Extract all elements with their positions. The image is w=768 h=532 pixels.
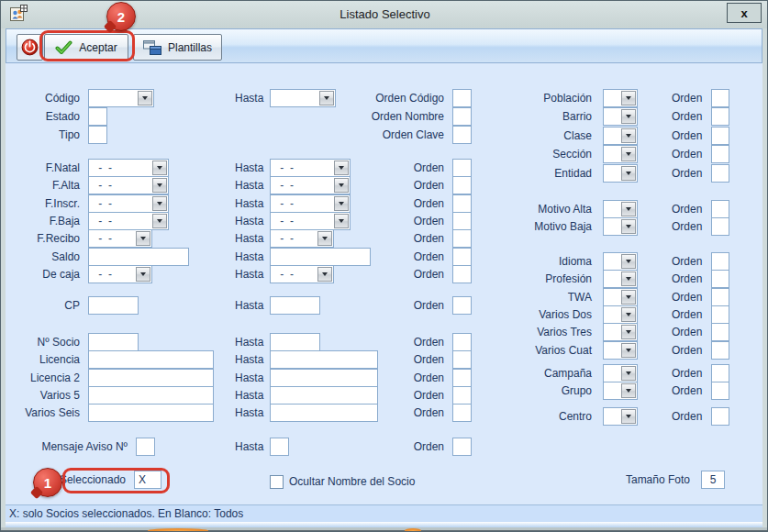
f-baja-field[interactable]: - - [88, 212, 169, 230]
dropdown-arrow-button[interactable] [621, 91, 636, 105]
varios-cuat-orden-box[interactable] [711, 341, 729, 360]
dropdown-arrow-button[interactable] [152, 214, 167, 228]
dates-hasta-2-field[interactable]: - - [270, 194, 351, 213]
f-recibo-field[interactable]: - - [88, 229, 152, 248]
dropdown-arrow-button[interactable] [621, 290, 636, 305]
motivo-baja-dropdown[interactable] [603, 217, 638, 236]
dates-hasta-5-field[interactable] [270, 248, 371, 266]
varios-cuat-dropdown[interactable] [603, 341, 638, 360]
dates-hasta-0-field[interactable]: - - [270, 159, 351, 177]
socio-hasta-1-field[interactable] [270, 350, 378, 369]
barrio-dropdown[interactable] [603, 107, 638, 126]
socio-hasta-3-field[interactable] [270, 386, 378, 405]
de-caja-field[interactable]: - - [88, 265, 152, 283]
seccion-orden-box[interactable] [711, 145, 729, 163]
dropdown-arrow-button[interactable] [334, 214, 349, 228]
dates-orden-6-box[interactable] [452, 265, 472, 283]
profesion-dropdown[interactable] [603, 270, 638, 288]
socio-orden-4-box[interactable] [452, 404, 472, 422]
f-inscr-field[interactable]: - - [88, 194, 169, 213]
dropdown-arrow-button[interactable] [621, 409, 636, 424]
centro-orden-box[interactable] [711, 407, 729, 426]
dates-orden-4-box[interactable] [452, 229, 472, 248]
dropdown-arrow-button[interactable] [621, 366, 636, 381]
clase-orden-box[interactable] [711, 127, 729, 145]
dropdown-arrow-button[interactable] [621, 325, 636, 339]
socio-hasta-2-field[interactable] [270, 369, 378, 387]
dates-orden-1-box[interactable] [452, 176, 472, 194]
campana-dropdown[interactable] [603, 364, 638, 382]
motivo-alta-dropdown[interactable] [603, 200, 638, 218]
seccion-dropdown[interactable] [603, 145, 638, 163]
mensaje-orden-box[interactable] [452, 438, 472, 456]
dropdown-arrow-button[interactable] [136, 267, 150, 282]
cp-hasta-0-field[interactable] [270, 296, 320, 315]
dropdown-arrow-button[interactable] [152, 161, 167, 175]
varios-tres-dropdown[interactable] [603, 323, 638, 341]
idioma-dropdown[interactable] [603, 252, 638, 271]
f-natal-field[interactable]: - - [88, 159, 169, 177]
dropdown-arrow-button[interactable] [621, 202, 636, 216]
cp-field[interactable] [88, 296, 139, 315]
varios-seis-field[interactable] [88, 404, 214, 422]
dates-orden-5-box[interactable] [452, 248, 472, 266]
dropdown-arrow-button[interactable] [136, 231, 150, 246]
varios-tres-orden-box[interactable] [711, 323, 729, 341]
dropdown-arrow-button[interactable] [334, 178, 349, 193]
licencia-2-field[interactable] [88, 369, 214, 387]
entidad-orden-box[interactable] [711, 164, 729, 183]
dropdown-arrow-button[interactable] [138, 91, 152, 105]
dropdown-arrow-button[interactable] [621, 254, 636, 269]
dropdown-arrow-button[interactable] [621, 219, 636, 234]
dates-orden-3-box[interactable] [452, 212, 472, 230]
codes-orden-0-box[interactable] [452, 89, 472, 107]
f-alta-field[interactable]: - - [88, 176, 169, 194]
dropdown-arrow-button[interactable] [152, 196, 167, 211]
estado-field[interactable] [88, 107, 107, 126]
grupo-orden-box[interactable] [711, 382, 729, 400]
motivo-alta-orden-box[interactable] [711, 200, 729, 218]
cp-orden-0-box[interactable] [452, 296, 472, 315]
n-socio-field[interactable] [88, 333, 139, 351]
campana-orden-box[interactable] [711, 364, 729, 382]
socio-orden-0-box[interactable] [452, 333, 472, 351]
codes-orden-2-box[interactable] [452, 126, 472, 144]
dropdown-arrow-button[interactable] [152, 178, 167, 193]
mensaje-hasta-input[interactable] [270, 438, 289, 456]
dropdown-arrow-button[interactable] [334, 196, 349, 211]
idioma-orden-box[interactable] [711, 252, 729, 271]
dropdown-arrow-button[interactable] [621, 307, 636, 322]
dropdown-arrow-button[interactable] [621, 343, 636, 358]
dropdown-arrow-button[interactable] [621, 272, 636, 286]
codigo-field[interactable] [88, 89, 154, 107]
dropdown-arrow-button[interactable] [621, 109, 636, 124]
entidad-dropdown[interactable] [603, 164, 638, 183]
poblacion-dropdown[interactable] [603, 89, 638, 107]
dropdown-arrow-button[interactable] [621, 147, 636, 161]
codes-orden-1-box[interactable] [452, 107, 472, 126]
dropdown-arrow-button[interactable] [621, 383, 636, 398]
varios-5-field[interactable] [88, 386, 214, 405]
varios-dos-dropdown[interactable] [603, 305, 638, 324]
tamano-foto-input[interactable]: 5 [701, 471, 725, 489]
licencia-field[interactable] [88, 350, 214, 369]
profesion-orden-box[interactable] [711, 270, 729, 288]
dates-orden-2-box[interactable] [452, 194, 472, 213]
dropdown-arrow-button[interactable] [319, 91, 334, 105]
dates-hasta-3-field[interactable]: - - [270, 212, 351, 230]
twa-dropdown[interactable] [603, 288, 638, 306]
socio-orden-2-box[interactable] [452, 369, 472, 387]
motivo-baja-orden-box[interactable] [711, 217, 729, 236]
barrio-orden-box[interactable] [711, 107, 729, 126]
tipo-field[interactable] [88, 126, 107, 144]
dates-hasta-1-field[interactable]: - - [270, 176, 351, 194]
socio-orden-3-box[interactable] [452, 386, 472, 405]
mensaje-aviso-input[interactable] [136, 438, 155, 456]
dropdown-arrow-button[interactable] [334, 161, 349, 175]
poblacion-orden-box[interactable] [711, 89, 729, 107]
varios-dos-orden-box[interactable] [711, 305, 729, 324]
saldo-field[interactable] [88, 248, 189, 266]
dates-hasta-6-field[interactable]: - - [270, 265, 334, 283]
socio-hasta-4-field[interactable] [270, 404, 378, 422]
dropdown-arrow-button[interactable] [317, 267, 332, 282]
